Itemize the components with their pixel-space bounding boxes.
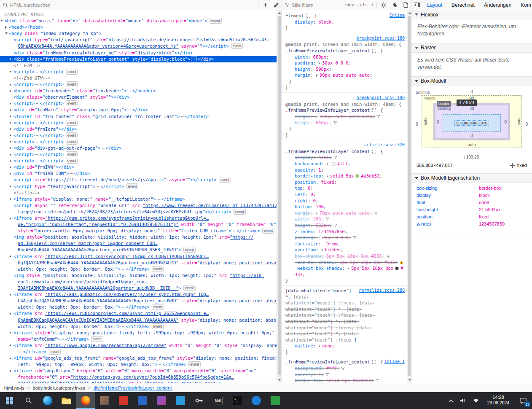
- property-value[interactable]: .9rem: [324, 241, 337, 246]
- expand-toggle-icon[interactable]: [10, 344, 11, 347]
- markup-node[interactable]: ad.360yield.com/server_match?gdpr=1&gdpr…: [0, 240, 277, 247]
- children-ellipsis[interactable]: ⋯: [100, 145, 105, 151]
- markup-node[interactable]: <script async="" referrerpolicy="unsafe-…: [0, 202, 277, 209]
- eyedropper-button[interactable]: [271, 0, 282, 10]
- css-declaration[interactable]: height: 590px;: [285, 66, 405, 73]
- markup-node[interactable]: <script>⋯</script>event: [0, 139, 277, 145]
- taskbar-app-keys[interactable]: [190, 392, 209, 409]
- event-badge[interactable]: event: [66, 120, 78, 126]
- css-declaration[interactable]: width: 660px;: [285, 54, 405, 60]
- rule-selector[interactable]: *, [data-: [285, 294, 405, 300]
- markup-node[interactable]: left: -999px; top: -999px; width: 0px; h…: [0, 361, 277, 368]
- children-ellipsis[interactable]: ⋯: [35, 132, 40, 139]
- selector-highlighter-icon[interactable]: [306, 14, 310, 18]
- property-name[interactable]: z-index: [295, 229, 313, 234]
- rule-source-link[interactable]: normalize.scss:288: [359, 288, 405, 294]
- markup-search[interactable]: [0, 0, 257, 10]
- event-badge[interactable]: event: [183, 247, 196, 253]
- selector-highlighter-icon[interactable]: [372, 150, 376, 153]
- markup-node[interactable]: width: 0px; height: 0px; border: 0px;">⋯…: [0, 266, 277, 272]
- css-declaration[interactable]: display: block;: [285, 19, 405, 25]
- chevron-down-icon[interactable]: [415, 177, 418, 179]
- property-name[interactable]: margin: [295, 114, 311, 119]
- markup-node[interactable]: IQAYIA3MCBhaAEAXoB44A.YAAAAAAAAAAA%26par…: [0, 285, 277, 291]
- taskbar-app-6[interactable]: [133, 392, 152, 409]
- margin-left-value[interactable]: auto: [423, 118, 427, 126]
- children-ellipsis[interactable]: ⋯: [191, 56, 197, 61]
- markup-node[interactable]: frameborder="0" src="https://onetag-sys.…: [0, 374, 277, 380]
- taskbar-app-8[interactable]: [171, 392, 190, 409]
- expand-toggle-icon[interactable]: [10, 121, 11, 124]
- expand-toggle-icon[interactable]: [10, 293, 11, 296]
- css-declaration[interactable]: opacity: 1;: [285, 167, 405, 173]
- markup-node[interactable]: <!--fin-->: [0, 190, 277, 196]
- children-ellipsis[interactable]: ⋯: [35, 158, 40, 164]
- padding-box[interactable]: padding 30 0 0 0 556.883×463.076: [435, 105, 508, 138]
- expand-toggle-icon[interactable]: [10, 90, 11, 92]
- expand-toggle-icon[interactable]: [10, 312, 11, 315]
- css-declaration[interactable]: font-size: .9rem;: [285, 241, 405, 247]
- event-badge[interactable]: event: [66, 139, 78, 145]
- markup-node-selected[interactable]: <div class="frnHomePreviewInfoLayer_cont…: [0, 56, 277, 62]
- taskbar-app-7[interactable]: [152, 392, 171, 409]
- property-value[interactable]: 5px 5px 10px 0px #333: [339, 260, 395, 265]
- color-swatch[interactable]: [332, 162, 336, 166]
- light-scheme-button[interactable]: [378, 0, 389, 10]
- scrollbar-thumb[interactable]: [408, 16, 411, 376]
- expand-toggle-icon[interactable]: [10, 115, 11, 118]
- property-name[interactable]: left: [295, 192, 305, 197]
- event-badge[interactable]: event: [66, 132, 78, 138]
- markup-scrollbar[interactable]: [277, 10, 282, 383]
- overridden-filter-icon[interactable]: [325, 373, 329, 377]
- property-name[interactable]: background: [295, 161, 321, 166]
- css-declaration[interactable]: height: 532px;: [285, 222, 405, 229]
- css-declaration[interactable]: border-top: solid 5px#a3db52;: [285, 173, 405, 179]
- overridden-filter-icon[interactable]: [325, 218, 329, 221]
- dark-scheme-button[interactable]: [389, 0, 400, 10]
- markup-node[interactable]: <div id="div-gpt-ad-out-of-page">⋯</div>: [0, 145, 277, 151]
- markup-node[interactable]: width: 0px; height: 0px; border: 0px;">⋯…: [0, 323, 277, 330]
- expand-toggle-icon[interactable]: [0, 20, 3, 22]
- property-name[interactable]: margin: [295, 73, 311, 78]
- property-name[interactable]: width: [295, 54, 308, 59]
- expander-icon[interactable]: [327, 163, 328, 165]
- markup-node[interactable]: C4AjgCUgIQAYIA3MCBhaAEAXoB44A.YAAAAAAAAA…: [0, 298, 277, 304]
- event-badge[interactable]: event: [183, 285, 196, 291]
- css-declaration[interactable]: left: 0;: [285, 191, 405, 198]
- property-name[interactable]: margin: [295, 210, 311, 215]
- expand-toggle-icon[interactable]: [10, 172, 11, 175]
- css-declaration[interactable]: background: #fff;: [285, 365, 405, 371]
- markup-node[interactable]: <script>⋯</script>event: [0, 100, 277, 107]
- scroll-down-arrow[interactable]: [407, 377, 411, 382]
- markup-node[interactable]: <div id="frnIVW-IOM">⋯</div>: [0, 170, 277, 177]
- selector-highlighter-icon[interactable]: [372, 108, 376, 112]
- property-value[interactable]: 532px: [316, 223, 329, 228]
- markup-node[interactable]: <div id="frnIVW"></div>: [0, 164, 277, 170]
- css-declaration[interactable]: margin: 270px auto auto auto;: [285, 113, 405, 120]
- position-top-value[interactable]: 0: [470, 89, 473, 94]
- computed-property-row[interactable]: displayblock: [411, 192, 532, 199]
- property-name[interactable]: -webkit-box-shadow: [295, 266, 342, 271]
- computed-property-row[interactable]: line-height21.5901px: [411, 206, 532, 213]
- markup-node[interactable]: <div id="frnMain" style="margin-top: 0px…: [0, 107, 277, 113]
- overridden-filter-icon[interactable]: [374, 212, 378, 215]
- markup-node[interactable]: ue,"origin":"publishertag","requestId":"…: [0, 221, 277, 228]
- markup-node[interactable]: <script>⋯</script>event: [0, 132, 277, 139]
- children-ellipsis[interactable]: ⋯: [180, 113, 185, 120]
- event-badge[interactable]: event: [152, 304, 164, 310]
- event-badge[interactable]: event: [126, 183, 139, 189]
- expand-toggle-icon[interactable]: [10, 255, 11, 258]
- css-declaration[interactable]: width: 90%;: [285, 216, 405, 222]
- markup-node[interactable]: large/con…richten/politik/2024/08/23/pic…: [0, 209, 277, 215]
- rule-selector[interactable]: whatinput="touch"] :focus {: [285, 337, 405, 343]
- rule-source-link[interactable]: article.scss:320: [364, 143, 405, 147]
- content-box[interactable]: 556.883×463.076: [443, 114, 501, 132]
- markup-node[interactable]: <!--GTM-->: [0, 62, 277, 69]
- css-declaration[interactable]: display: none;: [285, 154, 405, 161]
- rule-source-link[interactable]: Inline: [390, 13, 405, 19]
- event-badge[interactable]: event: [152, 323, 164, 329]
- markup-node[interactable]: <img style="position: absolute; visibili…: [0, 234, 277, 240]
- expand-toggle-icon[interactable]: [10, 140, 11, 143]
- markup-node[interactable]: <iframe id="google_ads_top_frame" name="…: [0, 355, 277, 361]
- markup-node[interactable]: <iframe src="https://ads.pubmatic.com/Ad…: [0, 291, 277, 298]
